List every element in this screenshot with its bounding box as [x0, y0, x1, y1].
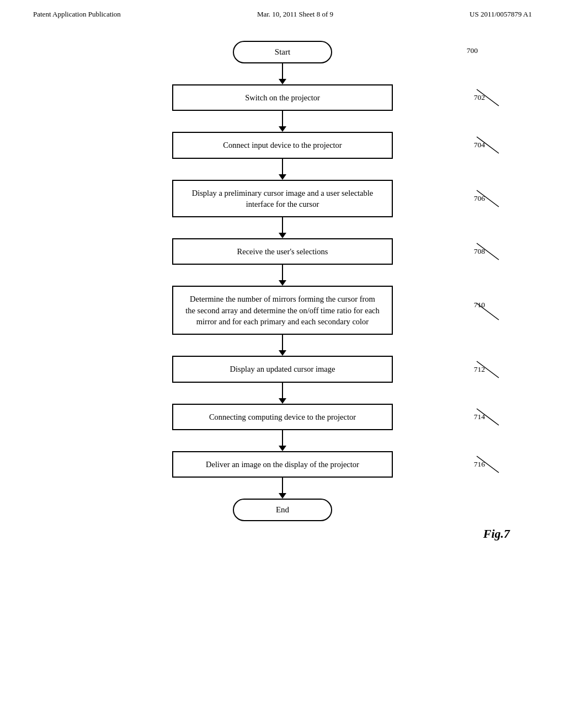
- step-702-wrapper: Switch on the projector 702: [33, 84, 532, 111]
- arrow-9: [279, 478, 286, 499]
- step-710-wrapper: Determine the number of mirrors forming …: [33, 286, 532, 335]
- start-terminal: Start: [233, 41, 332, 63]
- arrow-702: [468, 87, 502, 109]
- step-716-wrapper: Deliver an image on the display of the p…: [33, 451, 532, 478]
- arrow-704: [468, 134, 502, 156]
- step-708-box: Receive the user's selections: [172, 238, 393, 265]
- step-704-box: Connect input device to the projector: [172, 132, 393, 158]
- svg-line-6: [477, 409, 499, 425]
- arrow-7: [279, 383, 286, 404]
- svg-line-0: [477, 89, 499, 106]
- step-702-box: Switch on the projector: [172, 84, 393, 111]
- arrow-6: [279, 335, 286, 356]
- flowchart: Start Switch on the projector 702 Connec…: [33, 41, 532, 521]
- step-708-wrapper: Receive the user's selections 708: [33, 238, 532, 265]
- step-712-box: Display an updated cursor image: [172, 356, 393, 382]
- step-714-box: Connecting computing device to the proje…: [172, 404, 393, 430]
- svg-line-7: [477, 456, 499, 473]
- figure-label: Fig.7: [483, 527, 510, 541]
- step-704-wrapper: Connect input device to the projector 70…: [33, 132, 532, 158]
- svg-line-2: [477, 190, 499, 207]
- arrow-708: [468, 240, 502, 263]
- header-center: Mar. 10, 2011 Sheet 8 of 9: [257, 10, 333, 19]
- step-710-box: Determine the number of mirrors forming …: [172, 286, 393, 335]
- page-header: Patent Application Publication Mar. 10, …: [0, 0, 565, 24]
- svg-line-5: [477, 361, 499, 378]
- start-wrapper: Start: [33, 41, 532, 63]
- arrow-710: [468, 301, 502, 323]
- svg-line-4: [477, 303, 499, 320]
- end-terminal: End: [233, 499, 332, 521]
- step-712-wrapper: Display an updated cursor image 712: [33, 356, 532, 382]
- arrow-3: [279, 159, 286, 180]
- arrow-4: [279, 217, 286, 238]
- svg-line-1: [477, 137, 499, 153]
- arrow-2: [279, 111, 286, 132]
- arrow-712: [468, 358, 502, 381]
- arrow-706: [468, 188, 502, 210]
- arrow-714: [468, 406, 502, 428]
- arrow-8: [279, 430, 286, 451]
- arrow-1: [279, 63, 286, 84]
- step-714-wrapper: Connecting computing device to the proje…: [33, 404, 532, 430]
- step-706-wrapper: Display a preliminary cursor image and a…: [33, 180, 532, 218]
- step-716-box: Deliver an image on the display of the p…: [172, 451, 393, 478]
- svg-line-3: [477, 243, 499, 260]
- header-right: US 2011/0057879 A1: [470, 10, 532, 19]
- end-wrapper: End: [33, 499, 532, 521]
- arrow-5: [279, 265, 286, 286]
- main-content: 700 Start Switch on the projector 702: [0, 24, 565, 552]
- header-left: Patent Application Publication: [33, 10, 121, 19]
- step-706-box: Display a preliminary cursor image and a…: [172, 180, 393, 218]
- arrow-716: [468, 453, 502, 475]
